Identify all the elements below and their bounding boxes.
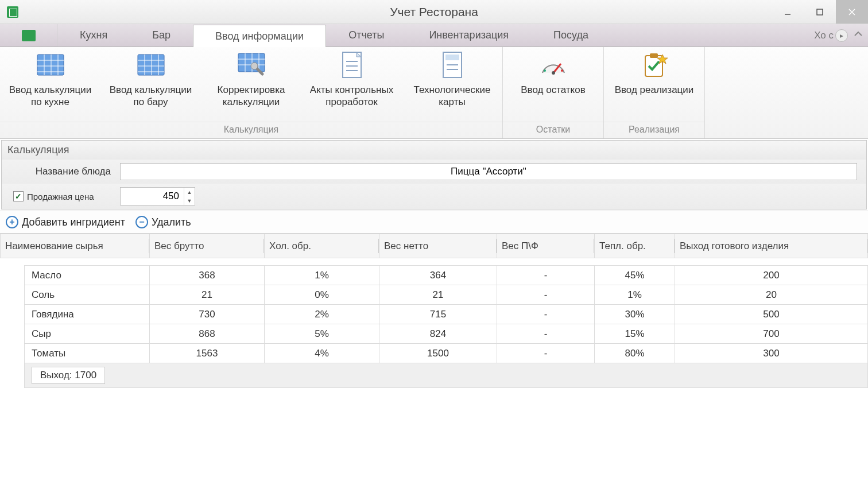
cell-pf[interactable]: - [497, 285, 595, 305]
plus-icon: + [6, 216, 18, 228]
window-title: Учет Ресторана [0, 5, 868, 19]
ribbon-collapse-button[interactable] [853, 30, 863, 41]
cell-name[interactable]: Сыр [25, 324, 150, 344]
svg-rect-31 [445, 55, 459, 60]
cell-name[interactable]: Масло [25, 266, 150, 285]
table-row[interactable]: Говядина7302%715-30%500 [25, 305, 868, 324]
svg-rect-39 [650, 53, 658, 58]
ribbon-btn-kitchen-calc[interactable]: Ввод калькуляции по кухне [0, 51, 100, 108]
table-row[interactable]: Масло3681%364-45%200 [25, 266, 868, 285]
app-menu-icon [22, 30, 36, 41]
close-button[interactable] [836, 0, 868, 24]
cell-heat[interactable]: 30% [595, 305, 675, 324]
cell-heat[interactable]: 1% [595, 285, 675, 305]
cell-out[interactable]: 300 [675, 344, 868, 363]
tab-4[interactable]: Инвентаризация [406, 24, 531, 46]
total-output-label: Выход: 1700 [32, 367, 105, 384]
cell-gross[interactable]: 368 [150, 266, 265, 285]
doc-text-icon [338, 51, 366, 79]
spin-up-button[interactable]: ▲ [184, 188, 195, 196]
table-row[interactable]: Сыр8685%824-15%700 [25, 324, 868, 344]
ribbon-btn-bar-calc[interactable]: Ввод калькуляции по бару [100, 51, 201, 108]
tab-2[interactable]: Ввод информации [193, 25, 326, 47]
ribbon-group-label: Калькуляция [0, 122, 502, 138]
maximize-button[interactable] [804, 0, 836, 24]
svg-point-37 [561, 69, 563, 72]
col-header-6[interactable]: Выход готового изделия [675, 234, 868, 258]
ribbon-group-1: Ввод остатковОстатки [503, 47, 604, 138]
table-row[interactable]: Томаты15634%1500-80%300 [25, 344, 868, 363]
cell-heat[interactable]: 45% [595, 266, 675, 285]
minimize-button[interactable] [772, 0, 804, 24]
cell-out[interactable]: 200 [675, 266, 868, 285]
cell-gross[interactable]: 1563 [150, 344, 265, 363]
delete-ingredient-button[interactable]: − Удалить [135, 216, 191, 228]
ribbon-btn-label: Акты контрольных проработок [305, 84, 398, 108]
cell-name[interactable]: Томаты [25, 344, 150, 363]
ingredient-toolbar: + Добавить ингридиент − Удалить [0, 211, 868, 234]
cell-pf[interactable]: - [497, 344, 595, 363]
cell-out[interactable]: 20 [675, 285, 868, 305]
svg-point-35 [552, 71, 555, 75]
grid-wrench-icon [237, 51, 266, 79]
ribbon-btn-control-acts[interactable]: Акты контрольных проработок [301, 51, 402, 108]
tabs-scroll-right[interactable]: ▸ [835, 29, 848, 42]
svg-rect-1 [817, 9, 823, 15]
cell-net[interactable]: 1500 [379, 344, 497, 363]
cell-cold[interactable]: 5% [265, 324, 379, 344]
add-ingredient-button[interactable]: + Добавить ингридиент [6, 216, 125, 228]
dish-name-input[interactable] [120, 163, 857, 180]
tab-5[interactable]: Посуда [531, 24, 611, 46]
svg-rect-4 [37, 55, 64, 75]
cell-heat[interactable]: 80% [595, 344, 675, 363]
app-menu-tab[interactable] [0, 24, 57, 46]
col-header-4[interactable]: Вес П\Ф [497, 234, 595, 258]
tabs-row: КухняБарВвод информацииОтчетыИнвентариза… [0, 24, 868, 47]
cell-gross[interactable]: 868 [150, 324, 265, 344]
sale-price-checkbox[interactable] [13, 191, 24, 201]
tab-1[interactable]: Бар [130, 24, 193, 46]
cell-out[interactable]: 700 [675, 324, 868, 344]
col-header-2[interactable]: Хол. обр. [265, 234, 379, 258]
svg-point-24 [251, 63, 258, 69]
spin-down-button[interactable]: ▼ [184, 196, 195, 205]
cell-cold[interactable]: 2% [265, 305, 379, 324]
cell-gross[interactable]: 730 [150, 305, 265, 324]
ribbon-btn-tech-cards[interactable]: Технологические карты [402, 51, 502, 108]
cell-cold[interactable]: 4% [265, 344, 379, 363]
ribbon-btn-correct-calc[interactable]: Корректировка калькуляции [201, 51, 301, 108]
col-header-5[interactable]: Тепл. обр. [595, 234, 675, 258]
svg-rect-11 [138, 55, 164, 75]
tabs-overflow-hint: Хо с [814, 30, 834, 41]
col-header-0[interactable]: Наименование сырья [1, 234, 150, 258]
minus-icon: − [135, 216, 148, 228]
cell-cold[interactable]: 0% [265, 285, 379, 305]
sale-price-label: Продажная цена [27, 192, 94, 201]
col-header-1[interactable]: Вес брутто [150, 234, 265, 258]
ingredients-data: Масло3681%364-45%200Соль210%21-1%20Говяд… [24, 265, 868, 388]
cell-pf[interactable]: - [497, 305, 595, 324]
gauge-icon [539, 51, 568, 79]
sale-price-input[interactable] [121, 188, 184, 205]
grid-icon [137, 51, 165, 79]
cell-net[interactable]: 715 [379, 305, 497, 324]
cell-pf[interactable]: - [497, 266, 595, 285]
cell-net[interactable]: 364 [379, 266, 497, 285]
cell-net[interactable]: 21 [379, 285, 497, 305]
cell-out[interactable]: 500 [675, 305, 868, 324]
tab-0[interactable]: Кухня [57, 24, 130, 46]
cell-heat[interactable]: 15% [595, 324, 675, 344]
cell-name[interactable]: Говядина [25, 305, 150, 324]
cell-net[interactable]: 824 [379, 324, 497, 344]
tab-3[interactable]: Отчеты [326, 24, 406, 46]
cell-cold[interactable]: 1% [265, 266, 379, 285]
ribbon-btn-sales-input[interactable]: Ввод реализации [604, 51, 704, 96]
cell-name[interactable]: Соль [25, 285, 150, 305]
ribbon-btn-stock-input[interactable]: Ввод остатков [503, 51, 603, 96]
table-row[interactable]: Соль210%21-1%20 [25, 285, 868, 305]
ribbon-btn-label: Корректировка калькуляции [204, 84, 298, 108]
cell-gross[interactable]: 21 [150, 285, 265, 305]
col-header-3[interactable]: Вес нетто [379, 234, 497, 258]
ingredients-table: Наименование сырьяВес бруттоХол. обр.Вес… [0, 234, 868, 258]
cell-pf[interactable]: - [497, 324, 595, 344]
